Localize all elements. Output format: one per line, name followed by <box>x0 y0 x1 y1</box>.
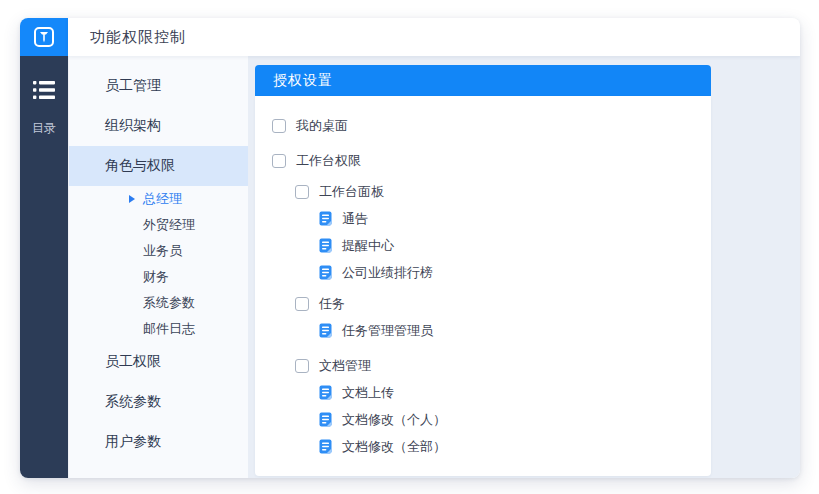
role-item-label: 外贸经理 <box>143 216 195 234</box>
sidebar-item-label: 员工管理 <box>105 77 161 95</box>
t-logo-icon <box>32 25 56 49</box>
sidebar-item-user-params[interactable]: 用户参数 <box>69 422 248 462</box>
panel-title: 授权设置 <box>273 72 333 90</box>
role-item-finance[interactable]: 财务 <box>69 264 248 290</box>
checkbox[interactable] <box>295 359 309 373</box>
tree-item-label: 通告 <box>342 210 368 228</box>
sidebar-item-employee-mgmt[interactable]: 员工管理 <box>69 66 248 106</box>
role-item-label: 业务员 <box>143 242 182 260</box>
tree-item-announcement[interactable]: 通告 <box>255 205 711 232</box>
permission-tree: 我的桌面 工作台权限 工作台面板 <box>255 96 711 476</box>
role-item-trade-manager[interactable]: 外贸经理 <box>69 212 248 238</box>
role-item-mail-log[interactable]: 邮件日志 <box>69 316 248 342</box>
tree-item-label: 文档修改（个人） <box>342 411 446 429</box>
title-bar: 功能权限控制 <box>68 18 800 56</box>
sidebar-item-label: 用户参数 <box>105 433 161 451</box>
tree-item-label: 文档上传 <box>342 384 394 402</box>
checkbox[interactable] <box>295 297 309 311</box>
authorization-panel: 授权设置 我的桌面 工作台权限 工作台面板 <box>255 65 711 476</box>
tree-item-tasks[interactable]: 任务 <box>255 290 711 317</box>
tree-item-reminder-center[interactable]: 提醒中心 <box>255 232 711 259</box>
doc-icon <box>318 238 333 253</box>
sidebar-item-employee-permissions[interactable]: 员工权限 <box>69 342 248 382</box>
role-item-system-params[interactable]: 系统参数 <box>69 290 248 316</box>
role-item-general-manager[interactable]: 总经理 <box>69 186 248 212</box>
doc-icon <box>318 412 333 427</box>
tree-item-doc-upload[interactable]: 文档上传 <box>255 379 711 406</box>
sidebar-item-label: 系统参数 <box>105 393 161 411</box>
sidebar-item-label: 员工权限 <box>105 353 161 371</box>
app-window: 功能权限控制 目录 员工管理 组织架构 角色与权限 <box>20 18 800 478</box>
sidebar-item-roles-permissions[interactable]: 角色与权限 <box>69 146 248 186</box>
tree-item-doc-edit-all[interactable]: 文档修改（全部） <box>255 433 711 460</box>
tree-item-label: 工作台面板 <box>319 183 384 201</box>
role-item-label: 系统参数 <box>143 294 195 312</box>
tree-item-label: 公司业绩排行榜 <box>342 264 433 282</box>
doc-icon <box>318 265 333 280</box>
tree-item-doc-edit-personal[interactable]: 文档修改（个人） <box>255 406 711 433</box>
tree-item-document-mgmt[interactable]: 文档管理 <box>255 352 711 379</box>
tree-item-label: 文档修改（全部） <box>342 438 446 456</box>
top-bar: 功能权限控制 <box>20 18 800 56</box>
tree-item-label: 文档管理 <box>319 357 371 375</box>
list-icon[interactable] <box>33 80 55 100</box>
nav-rail: 目录 <box>20 56 68 478</box>
tree-item-label: 任务管理管理员 <box>342 322 433 340</box>
role-item-label: 总经理 <box>143 190 182 208</box>
tree-item-workbench-panel[interactable]: 工作台面板 <box>255 178 711 205</box>
tree-item-my-desktop[interactable]: 我的桌面 <box>255 112 711 139</box>
doc-icon <box>318 323 333 338</box>
sidebar-item-org-structure[interactable]: 组织架构 <box>69 106 248 146</box>
tree-item-label: 任务 <box>319 295 345 313</box>
doc-icon <box>318 385 333 400</box>
main-content: 授权设置 我的桌面 工作台权限 工作台面板 <box>248 56 800 478</box>
tree-item-workbench-permissions[interactable]: 工作台权限 <box>255 147 711 174</box>
tree-item-label: 我的桌面 <box>296 117 348 135</box>
rail-label-catalog[interactable]: 目录 <box>32 120 56 137</box>
arrow-right-icon <box>129 195 135 203</box>
sidebar-item-label: 组织架构 <box>105 117 161 135</box>
checkbox[interactable] <box>295 185 309 199</box>
sidebar-item-system-params[interactable]: 系统参数 <box>69 382 248 422</box>
checkbox[interactable] <box>272 119 286 133</box>
app-logo <box>20 18 68 56</box>
doc-icon <box>318 211 333 226</box>
role-item-label: 邮件日志 <box>143 320 195 338</box>
panel-header: 授权设置 <box>255 65 711 96</box>
tree-item-label: 提醒中心 <box>342 237 394 255</box>
role-item-salesperson[interactable]: 业务员 <box>69 238 248 264</box>
tree-item-label: 工作台权限 <box>296 152 361 170</box>
role-item-label: 财务 <box>143 268 169 286</box>
doc-icon <box>318 439 333 454</box>
sidebar-item-label: 角色与权限 <box>105 157 175 175</box>
tree-item-company-ranking[interactable]: 公司业绩排行榜 <box>255 259 711 286</box>
page-title: 功能权限控制 <box>90 28 186 47</box>
menu-sidebar: 员工管理 组织架构 角色与权限 总经理 外贸经理 业务员 财务 系统参数 <box>68 56 248 478</box>
checkbox[interactable] <box>272 154 286 168</box>
tree-item-task-manager-admin[interactable]: 任务管理管理员 <box>255 317 711 344</box>
